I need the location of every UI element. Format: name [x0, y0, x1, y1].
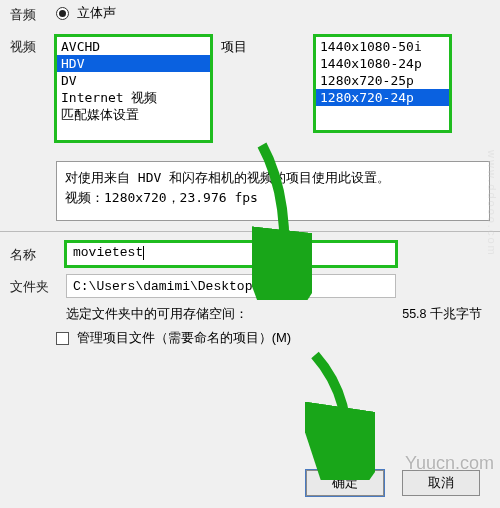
- list-item[interactable]: 匹配媒体设置: [57, 106, 210, 123]
- project-name-value: movietest: [73, 245, 143, 260]
- available-space-value: 55.8 千兆字节: [402, 306, 482, 323]
- project-name-input[interactable]: movietest: [66, 242, 396, 266]
- stereo-radio-label: 立体声: [77, 5, 116, 20]
- list-item[interactable]: DV: [57, 72, 210, 89]
- manage-files-checkbox[interactable]: [56, 332, 69, 345]
- available-space-row: 选定文件夹中的可用存储空间： 55.8 千兆字节: [0, 306, 500, 323]
- description-line1: 对使用来自 HDV 和闪存相机的视频的项目使用此设置。: [65, 168, 481, 188]
- preset-description: 对使用来自 HDV 和闪存相机的视频的项目使用此设置。 视频：1280x720，…: [56, 161, 490, 221]
- list-item[interactable]: 1280x720-25p: [316, 72, 449, 89]
- video-format-listbox[interactable]: AVCHD HDV DV Internet 视频 匹配媒体设置: [56, 36, 211, 141]
- text-caret-icon: [143, 246, 144, 260]
- description-line2: 视频：1280x720，23.976 fps: [65, 188, 481, 208]
- lists-row: 视频 AVCHD HDV DV Internet 视频 匹配媒体设置 项目 14…: [0, 36, 500, 141]
- list-item[interactable]: 1440x1080-50i: [316, 38, 449, 55]
- folder-path-field[interactable]: C:\Users\damimi\Desktop\: [66, 274, 396, 298]
- separator: [0, 231, 500, 232]
- list-item[interactable]: HDV: [57, 55, 210, 72]
- audio-row: 音频 立体声: [0, 0, 500, 32]
- side-watermark: www.ddooo.com: [480, 150, 498, 257]
- watermark: Yuucn.com: [405, 453, 494, 474]
- project-preset-listbox[interactable]: 1440x1080-50i 1440x1080-24p 1280x720-25p…: [315, 36, 450, 131]
- manage-files-label: 管理项目文件（需要命名的项目）(M): [77, 330, 292, 345]
- annotation-arrow-icon: [305, 350, 375, 480]
- name-row: 名称 movietest: [0, 242, 500, 266]
- folder-label: 文件夹: [0, 276, 66, 296]
- folder-row: 文件夹 C:\Users\damimi\Desktop\: [0, 274, 500, 298]
- video-label: 视频: [0, 36, 56, 56]
- list-item[interactable]: 1280x720-24p: [316, 89, 449, 106]
- ok-button[interactable]: 确定: [306, 470, 384, 496]
- project-label: 项目: [211, 36, 305, 56]
- available-space-label: 选定文件夹中的可用存储空间：: [66, 306, 248, 323]
- list-item[interactable]: Internet 视频: [57, 89, 210, 106]
- folder-path-value: C:\Users\damimi\Desktop\: [73, 279, 260, 294]
- audio-label: 音频: [0, 4, 56, 24]
- radio-dot-icon: [56, 7, 69, 20]
- manage-files-row: 管理项目文件（需要命名的项目）(M): [0, 329, 500, 347]
- stereo-radio[interactable]: 立体声: [56, 4, 116, 22]
- list-item[interactable]: 1440x1080-24p: [316, 55, 449, 72]
- list-item[interactable]: AVCHD: [57, 38, 210, 55]
- name-label: 名称: [0, 244, 66, 264]
